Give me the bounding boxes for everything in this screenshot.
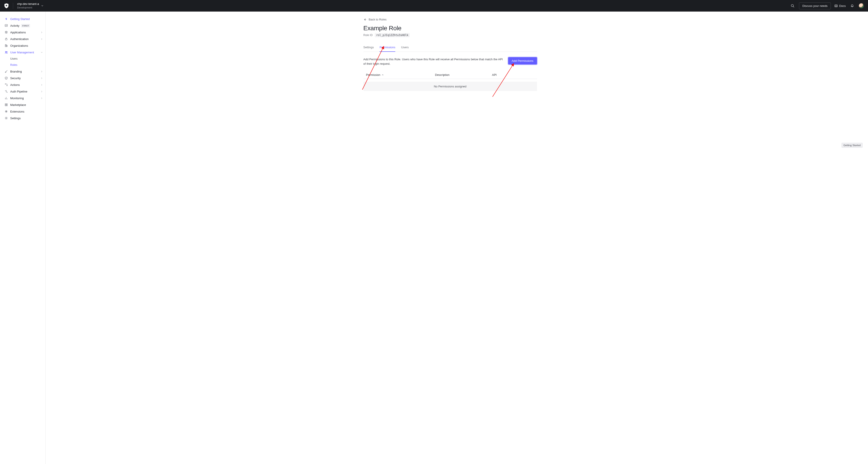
brush-icon (4, 70, 8, 73)
sidebar-item-label: Applications (10, 31, 26, 34)
topbar: chp-dev-tenant-a Development Discuss you… (0, 0, 868, 11)
sidebar-subitem-users[interactable]: Users (0, 56, 45, 62)
chevron-right-icon (41, 38, 43, 40)
sidebar-item-organizations[interactable]: Organizations (0, 42, 45, 49)
sidebar-item-label: Getting Started (10, 18, 30, 21)
gear-icon (4, 116, 8, 120)
column-api[interactable]: API (492, 73, 534, 76)
pipeline-icon (4, 90, 8, 93)
tabs: Settings Permissions Users (364, 45, 537, 52)
chart-line-icon (4, 24, 8, 27)
user-avatar[interactable] (859, 3, 864, 8)
sidebar-item-label: Organizations (10, 44, 28, 47)
column-label: Permission (366, 73, 380, 76)
permissions-table: Permission Description API No Permission… (364, 71, 537, 91)
topbar-divider (13, 3, 13, 9)
lock-icon (4, 37, 8, 41)
tab-users[interactable]: Users (401, 45, 409, 52)
sidebar-item-activity[interactable]: Activity FIRST (0, 22, 45, 29)
arrow-left-icon (364, 18, 367, 21)
table-header: Permission Description API (364, 71, 537, 79)
sidebar-item-marketplace[interactable]: Marketplace (0, 101, 45, 108)
tenant-name: chp-dev-tenant-a (17, 2, 39, 6)
add-permissions-button[interactable]: Add Permissions (508, 57, 537, 65)
sidebar-subitem-roles[interactable]: Roles (0, 62, 45, 68)
chevron-right-icon (41, 91, 43, 93)
sidebar-item-label: Auth Pipeline (10, 90, 27, 93)
sidebar-item-label: Authentication (10, 37, 29, 41)
chevron-down-icon (41, 52, 43, 54)
sidebar-item-extensions[interactable]: Extensions (0, 108, 45, 115)
main: Back to Roles Example Role Role ID rol_p… (45, 11, 868, 464)
svg-point-6 (5, 52, 6, 52)
sidebar-item-label: Security (10, 76, 21, 80)
sidebar-item-authentication[interactable]: Authentication (0, 36, 45, 42)
chevron-right-icon (41, 31, 43, 33)
sidebar-item-label: Branding (10, 70, 22, 73)
docs-link[interactable]: Docs (834, 4, 846, 7)
tab-settings[interactable]: Settings (364, 45, 374, 52)
page-title: Example Role (364, 25, 537, 32)
building-icon (4, 44, 8, 47)
chevron-right-icon (41, 70, 43, 72)
shield-check-icon (4, 76, 8, 80)
role-id-label: Role ID (364, 34, 373, 37)
sidebar-item-actions[interactable]: Actions (0, 81, 45, 88)
sidebar-item-label: Monitoring (10, 97, 24, 100)
sidebar-item-monitoring[interactable]: Monitoring (0, 95, 45, 101)
column-permission[interactable]: Permission (366, 73, 435, 76)
users-icon (4, 51, 8, 54)
badge-first: FIRST (21, 24, 30, 27)
sidebar-item-auth-pipeline[interactable]: Auth Pipeline (0, 88, 45, 95)
sidebar-item-settings[interactable]: Settings (0, 115, 45, 122)
svg-rect-3 (5, 39, 7, 40)
sidebar-item-getting-started[interactable]: Getting Started (0, 15, 45, 22)
empty-state: No Permissions assigned (364, 81, 537, 91)
chevron-right-icon (41, 77, 43, 79)
sidebar-item-label: User Management (10, 51, 34, 54)
logo-shield-icon (4, 3, 9, 8)
role-id-row: Role ID rol_pJIq1ZZhtu3sHOlk (364, 33, 537, 37)
sidebar-item-label: Extensions (10, 110, 25, 113)
book-icon (834, 4, 838, 7)
topbar-actions: Discuss your needs Docs (789, 2, 864, 9)
svg-point-14 (6, 118, 7, 119)
permissions-header: Add Permissions to this Role. Users who … (364, 57, 537, 66)
flow-icon (4, 83, 8, 87)
tab-permissions[interactable]: Permissions (379, 45, 395, 52)
search-icon[interactable] (789, 3, 796, 9)
permissions-description: Add Permissions to this Role. Users who … (364, 57, 503, 66)
grid-icon (4, 103, 8, 106)
notifications-bell-icon[interactable] (849, 3, 855, 9)
sidebar-item-label: Activity (10, 24, 19, 27)
stack-icon (4, 31, 8, 34)
sidebar-item-security[interactable]: Security (0, 75, 45, 81)
back-label: Back to Roles (369, 18, 386, 21)
tenant-switcher[interactable]: chp-dev-tenant-a Development (17, 2, 43, 9)
sidebar-item-applications[interactable]: Applications (0, 29, 45, 36)
sidebar-item-label: Actions (10, 83, 20, 87)
sort-asc-icon (382, 74, 384, 76)
chevron-right-icon (41, 97, 43, 99)
tenant-environment: Development (17, 6, 39, 9)
sidebar-item-branding[interactable]: Branding (0, 68, 45, 75)
content: Back to Roles Example Role Role ID rol_p… (364, 11, 537, 100)
sidebar: Getting Started Activity FIRST Applicati… (0, 11, 45, 464)
bar-chart-icon (4, 96, 8, 100)
column-description[interactable]: Description (435, 73, 492, 76)
back-to-roles-link[interactable]: Back to Roles (364, 18, 537, 21)
sidebar-item-label: Marketplace (10, 103, 26, 106)
svg-rect-10 (5, 104, 6, 104)
sidebar-item-label: Settings (10, 117, 21, 120)
discuss-your-needs-button[interactable]: Discuss your needs (799, 2, 831, 9)
docs-label: Docs (839, 4, 846, 7)
role-id-value: rol_pJIq1ZZhtu3sHOlk (375, 33, 410, 37)
chevron-right-icon (41, 84, 43, 86)
svg-point-7 (6, 52, 7, 52)
sidebar-item-label: Users (10, 57, 18, 60)
svg-rect-11 (6, 104, 7, 104)
sidebar-item-user-management[interactable]: User Management (0, 49, 45, 56)
getting-started-chip[interactable]: Getting Started (841, 143, 863, 148)
sparkle-icon (4, 110, 8, 113)
svg-rect-13 (6, 105, 7, 106)
